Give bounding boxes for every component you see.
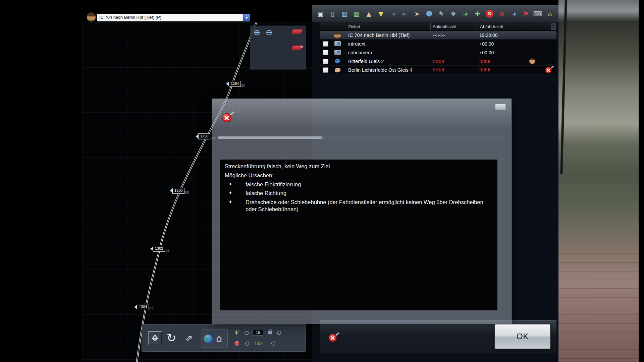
causes-list: falsche Elektrifizierung falsche Richtun… [225,181,493,213]
delete-icon[interactable]: ✖ [485,8,494,20]
save-icon[interactable]: ▣ [316,8,325,20]
tiles-icon[interactable]: ❖ [448,8,458,20]
map-tool-palette: ↔ ↕ ↻ ⇗ ⌂ Ψ ○ 18 ○ ○ TS14 [142,324,306,352]
doc-delete-icon[interactable]: ⊘ [497,8,506,20]
table-row-introtext[interactable]: introtext +00:00 [320,40,556,48]
row-extra-cell [525,66,539,74]
row-icon-cell [332,48,343,57]
grid-large-icon[interactable]: ▦ [352,8,362,20]
people-icon[interactable]: ☻ [424,8,434,20]
lock-icon[interactable] [268,331,272,334]
keypad-icon[interactable]: ⌨ [533,8,543,20]
trash-icon[interactable]: ▯ [328,8,337,20]
exit-icon[interactable]: ➜ [509,8,519,20]
deleted-signal-icon [544,64,555,75]
signal-red-tool-icon[interactable] [291,29,303,34]
panel-right-icon[interactable]: ⇥ [388,8,398,20]
toggle-circle-icon[interactable]: ○ [275,329,283,336]
table-row-bitterfeld[interactable]: ☻ Bitterfeld Gleis 2 II:II:II II:II:II [320,57,556,66]
deleted-signal-icon [328,330,341,344]
grid-small-icon[interactable]: ▦ [340,8,350,20]
camera-icon [334,50,341,55]
row-departure-error: II:II:II [477,59,525,64]
edit-list-icon[interactable]: ✎ [436,8,446,20]
row-label: Berlin Lichterfelde Ost Gleis 4 [343,67,430,73]
eject-up-icon[interactable]: ▲ [364,8,374,20]
row-checkbox-cell [320,57,332,65]
background-scene [558,0,639,362]
row-extra-cell [525,31,539,39]
move-tool-button[interactable]: ↔ ↕ [148,331,162,345]
km-marker-1302: 1302 [153,246,165,252]
globe-icon[interactable] [204,335,213,343]
camera-icon [334,41,341,46]
train-selector-dropdown[interactable]: IC 704 nach Berlin Hbf (Tief) (P) ▼ [97,14,250,21]
row-icon-cell: ☻ [332,57,343,65]
driver-icon [334,32,341,39]
deleted-signal-icon [221,109,236,125]
row-extra-cell [539,31,556,39]
row-checkbox-cell [320,31,332,39]
row-checkbox[interactable] [323,59,328,64]
km-marker-arrow [150,246,153,251]
row-checkbox[interactable] [323,41,328,47]
row-checkbox[interactable] [323,50,328,55]
header-corner [551,23,556,30]
hand-icon [334,67,341,73]
row-icon-cell [332,40,343,48]
move-vertical-icon: ↕ [149,332,161,345]
row-extra-cell [539,40,556,48]
row-checkbox[interactable] [323,67,328,73]
row-departure: +00:00 [477,41,525,47]
flag-icon[interactable]: ⚑ [521,8,531,20]
toggle-circle-icon[interactable]: ○ [243,340,251,346]
home-icon[interactable]: ⌂ [216,333,222,344]
toggle-circle-icon[interactable]: ○ [243,329,251,336]
map-zoom-panel: ⊕ ⊖ ✎ [250,25,306,70]
table-row-cabcamera[interactable]: cabcamera +00:00 [320,48,556,57]
pencil-icon: ✎ [300,45,304,50]
arrow-down-icon[interactable]: ▼ [376,8,386,20]
schedule-table: Zielort Ankunftszeit Abfahrtszeit IC 704… [320,22,556,74]
row-extra-cell [525,48,539,57]
panel-left-icon[interactable]: ⇤ [400,8,410,20]
row-extra-cell [525,40,539,48]
dialog-message-area: Streckenführung falsch, kein Weg zum Zie… [220,160,497,310]
value-field[interactable]: 18 [253,330,263,336]
ts-label: TS14 [255,342,269,345]
row-arrival: --:--:-- [430,33,477,38]
toggle-circle-icon[interactable]: ○ [269,340,277,346]
row-extra-cell [539,48,556,57]
causes-heading: Mögliche Ursachen: [225,172,493,179]
dialog-corner-control[interactable] [495,104,506,110]
row-icon-cell [332,66,343,74]
dropdown-arrow-icon[interactable]: ▼ [243,14,250,21]
km-marker-1304: 1304 [137,304,149,310]
header-spacer [320,22,343,31]
person-icon: ☻ [335,58,340,64]
toggle-row-1: Ψ ○ 18 ○ [232,328,302,337]
table-row-train[interactable]: IC 704 nach Berlin Hbf (Tief) --:--:-- 1… [320,31,556,40]
table-header: Zielort Ankunftszeit Abfahrtszeit [320,22,556,31]
train-selector-value: IC 704 nach Berlin Hbf (Tief) (P) [97,14,243,21]
route-add-icon[interactable]: ➔ [461,8,470,20]
row-label: IC 704 nach Berlin Hbf (Tief) [343,33,430,38]
zoom-in-icon[interactable]: ⊕ [254,28,260,37]
table-row-lichterfelde[interactable]: Berlin Lichterfelde Ost Gleis 4 II:II:II… [320,66,556,74]
error-message: Streckenführung falsch, kein Weg zum Zie… [225,163,493,170]
pole-silhouette [560,0,567,174]
signal-icon[interactable] [235,341,239,346]
rotate-tool-button[interactable]: ↻ [164,330,179,345]
zoom-out-icon[interactable]: ⊖ [266,28,272,37]
row-icon-cell [332,31,343,39]
add-icon[interactable]: ✚ [473,8,482,20]
ok-button[interactable]: OK [495,324,550,349]
column-ankunftszeit: Ankunftszeit [430,22,477,31]
depot-icon[interactable]: ⌂ [545,8,555,20]
hand-tool-icon[interactable]: ➤ [412,8,422,20]
row-extra-cell [525,57,539,65]
move-object-tool-button[interactable]: ⇗ [181,330,196,345]
catenary-icon[interactable]: Ψ [234,329,243,336]
row-checkbox-cell [320,40,332,48]
km-marker-arrow [196,134,199,139]
